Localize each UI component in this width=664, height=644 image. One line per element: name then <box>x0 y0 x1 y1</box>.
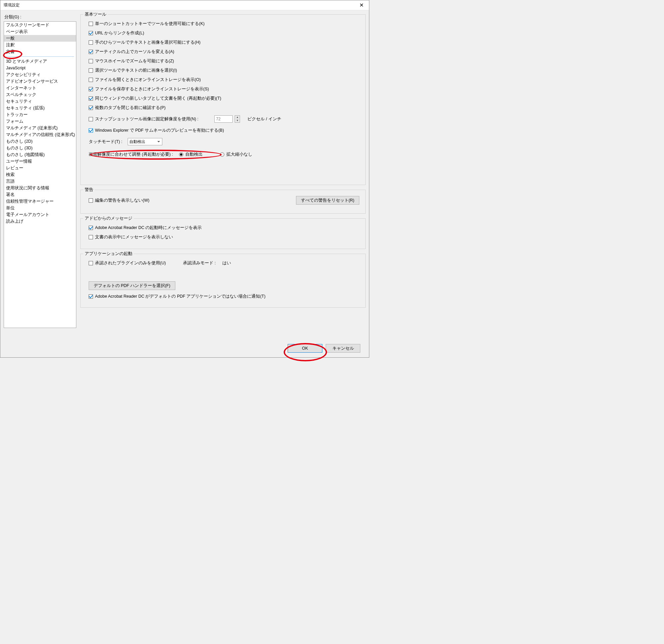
titlebar: 環境設定 ✕ <box>0 0 369 11</box>
category-item[interactable]: ものさし (3D) <box>4 145 76 151</box>
checkbox-select-image-first[interactable] <box>89 68 93 73</box>
checkbox-snapshot-resolution[interactable] <box>89 117 93 121</box>
label: マウスホイールでズームを可能にする(Z) <box>95 58 174 64</box>
category-item[interactable]: ページ表示 <box>4 28 76 35</box>
approved-mode-value: はい <box>222 260 231 266</box>
group-basic-tools: 基本ツール 単一のショートカットキーでツールを使用可能にする(K) URL から… <box>80 14 366 185</box>
category-item[interactable]: アクセシビリティ <box>4 71 76 78</box>
category-item[interactable]: フォーム <box>4 118 76 125</box>
category-item[interactable]: スペルチェック <box>4 91 76 98</box>
checkbox-hide-doc-message[interactable] <box>89 235 93 239</box>
checkbox-save-online-storage[interactable] <box>89 87 93 91</box>
legend-basic: 基本ツール <box>83 12 108 17</box>
category-item[interactable]: セキュリティ <box>4 98 76 105</box>
window-title: 環境設定 <box>4 2 20 8</box>
category-item[interactable]: トラッカー <box>4 111 76 118</box>
category-item[interactable]: JavaScript <box>4 65 76 71</box>
client-area: 分類(G) : フルスクリーンモードページ表示一般注釈文書3D とマルチメディア… <box>0 11 369 357</box>
group-messages: アドビからのメッセージ Adobe Acrobat Reader DC の起動時… <box>80 218 366 249</box>
label: スナップショットツール画像に固定解像度を使用(N) : <box>95 116 198 122</box>
checkbox-notify-default[interactable] <box>89 294 93 299</box>
label: アーティクルの上でカーソルを変える(A) <box>95 49 174 55</box>
label: 編集の警告を表示しない(W) <box>95 198 149 203</box>
dialog-window: 環境設定 ✕ 分類(G) : フルスクリーンモードページ表示一般注釈文書3D と… <box>0 0 369 358</box>
label: 選択ツールでテキストの前に画像を選択(I) <box>95 68 177 73</box>
category-item[interactable]: 単位 <box>4 205 76 211</box>
label: ファイルを保存するときにオンラインストレージを表示(S) <box>95 86 209 92</box>
checkbox-confirm-close-tabs[interactable] <box>89 106 93 110</box>
touch-mode-select[interactable]: 自動検出 <box>128 138 162 145</box>
group-startup: アプリケーションの起動 承認されたプラグインのみを使用(U) 承認済みモード :… <box>80 254 366 308</box>
cancel-button[interactable]: キャンセル <box>326 344 360 353</box>
reset-warnings-button[interactable]: すべての警告をリセット(R) <box>296 196 359 205</box>
category-item[interactable]: 電子メールアカウント <box>4 211 76 218</box>
checkbox-hide-edit-warning[interactable] <box>89 198 93 203</box>
category-label: 分類(G) : <box>4 14 76 20</box>
label: 承認されたプラグインのみを使用(U) <box>95 260 166 266</box>
snapshot-resolution-input[interactable] <box>214 115 233 123</box>
category-item[interactable]: ユーザー情報 <box>4 158 76 165</box>
touch-mode-label: タッチモード(T) : <box>89 139 122 145</box>
checkbox-single-shortcut[interactable] <box>89 22 93 26</box>
radio-auto-label: 自動検出 <box>185 152 203 157</box>
label: 同じウィンドウの新しいタブとして文書を開く (再起動が必要)(T) <box>95 96 221 101</box>
radio-no-scaling[interactable] <box>220 152 224 157</box>
label: URL からリンクを作成(L) <box>95 30 144 36</box>
category-item[interactable]: レビュー <box>4 165 76 171</box>
category-item[interactable]: 注釈 <box>4 42 76 48</box>
close-button[interactable]: ✕ <box>354 0 369 11</box>
resolution-label: 画面解像度に合わせて調整 (再起動が必要) : <box>89 152 173 157</box>
category-item[interactable]: 署名 <box>4 191 76 198</box>
checkbox-certified-plugins[interactable] <box>89 261 93 265</box>
label: 文書の表示中にメッセージを表示しない <box>95 234 173 240</box>
category-item[interactable]: フルスクリーンモード <box>4 22 76 28</box>
category-item[interactable]: 信頼性管理マネージャー <box>4 198 76 205</box>
ok-button[interactable]: OK <box>288 344 322 353</box>
category-item[interactable]: 検索 <box>4 171 76 178</box>
snapshot-spin-buttons[interactable]: ▲▼ <box>235 115 240 123</box>
dialog-footer: OK キャンセル <box>4 341 366 357</box>
checkbox-startup-message[interactable] <box>89 226 93 230</box>
category-item[interactable]: セキュリティ (拡張) <box>4 105 76 111</box>
category-item[interactable]: マルチメディアの信頼性 (従来形式) <box>4 131 76 138</box>
checkbox-explorer-thumbnails[interactable] <box>89 128 93 133</box>
approved-mode-label: 承認済みモード : <box>183 260 216 266</box>
radio-noscale-label: 拡大縮小なし <box>226 152 252 157</box>
category-item[interactable]: 使用状況に関する情報 <box>4 185 76 191</box>
checkbox-open-online-storage[interactable] <box>89 78 93 82</box>
touch-mode-value: 自動検出 <box>129 139 145 145</box>
label: Adobe Acrobat Reader DC がデフォルトの PDF アプリケ… <box>95 294 265 299</box>
category-item[interactable]: ものさし (地図情報) <box>4 151 76 158</box>
legend-messages: アドビからのメッセージ <box>83 216 134 221</box>
label: 複数のタブを閉じる前に確認する(P) <box>95 105 166 111</box>
checkbox-wheel-zoom[interactable] <box>89 59 93 63</box>
default-pdf-handler-button[interactable]: デフォルトの PDF ハンドラーを選択(F) <box>89 281 175 290</box>
legend-startup: アプリケーションの起動 <box>83 251 134 257</box>
category-item[interactable]: 言語 <box>4 178 76 185</box>
category-item[interactable]: 読み上げ <box>4 218 76 225</box>
checkbox-url-links[interactable] <box>89 31 93 35</box>
category-listbox[interactable]: フルスクリーンモードページ表示一般注釈文書3D とマルチメディアJavaScri… <box>4 21 76 328</box>
category-divider <box>6 56 74 57</box>
label: Adobe Acrobat Reader DC の起動時にメッセージを表示 <box>95 225 202 231</box>
legend-warnings: 警告 <box>83 187 95 193</box>
snapshot-unit-label: ピクセル / インチ <box>247 116 281 122</box>
category-item[interactable]: アドビオンラインサービス <box>4 78 76 85</box>
radio-auto-detect[interactable] <box>179 152 183 157</box>
category-item[interactable]: 一般 <box>4 35 76 42</box>
close-icon: ✕ <box>359 2 364 8</box>
category-item[interactable]: 文書 <box>4 48 76 55</box>
checkbox-hand-tool-select[interactable] <box>89 40 93 45</box>
label: ファイルを開くときにオンラインストレージを表示(O) <box>95 77 201 83</box>
label: Windows Explorer で PDF サムネールのプレビューを有効にする… <box>95 128 224 133</box>
group-warnings: 警告 編集の警告を表示しない(W) すべての警告をリセット(R) <box>80 190 366 214</box>
label: 単一のショートカットキーでツールを使用可能にする(K) <box>95 21 205 27</box>
category-item[interactable]: 3D とマルチメディア <box>4 58 76 65</box>
category-item[interactable]: マルチメディア (従来形式) <box>4 125 76 131</box>
checkbox-tab-open[interactable] <box>89 96 93 101</box>
category-item[interactable]: ものさし (2D) <box>4 138 76 145</box>
label: 手のひらツールでテキストと画像を選択可能にする(H) <box>95 40 200 45</box>
category-item[interactable]: インターネット <box>4 85 76 91</box>
checkbox-article-cursor[interactable] <box>89 50 93 54</box>
